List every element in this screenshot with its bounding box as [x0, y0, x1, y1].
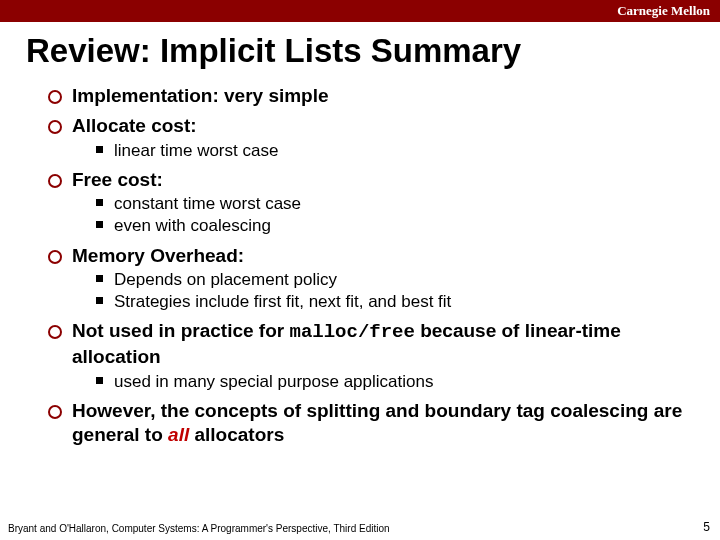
bullet-item: However, the concepts of splitting and b…: [48, 399, 686, 447]
sub-bullet: used in many special purpose application…: [96, 371, 686, 393]
sub-bullet: linear time worst case: [96, 140, 686, 162]
slide-title: Review: Implicit Lists Summary: [0, 22, 720, 78]
bullet-head: However, the concepts of splitting and b…: [72, 399, 686, 447]
emphasis-text: all: [168, 424, 189, 445]
sub-bullet: constant time worst case: [96, 193, 686, 215]
bullet-head: Not used in practice for malloc/free bec…: [72, 319, 686, 369]
slide-content: Implementation: very simple Allocate cos…: [0, 84, 720, 447]
bullet-head: Implementation: very simple: [72, 84, 686, 108]
bullet-item: Free cost: constant time worst case even…: [48, 168, 686, 238]
code-text: malloc/free: [289, 321, 414, 343]
bullet-head: Free cost:: [72, 168, 686, 192]
bullet-head: Memory Overhead:: [72, 244, 686, 268]
institution-label: Carnegie Mellon: [617, 3, 710, 18]
bullet-item: Memory Overhead: Depends on placement po…: [48, 244, 686, 314]
page-number: 5: [703, 520, 710, 534]
sub-bullet: Depends on placement policy: [96, 269, 686, 291]
bullet-head: Allocate cost:: [72, 114, 686, 138]
header-bar: Carnegie Mellon: [0, 0, 720, 22]
bullet-item: Not used in practice for malloc/free bec…: [48, 319, 686, 393]
sub-bullet: even with coalescing: [96, 215, 686, 237]
bullet-item: Allocate cost: linear time worst case: [48, 114, 686, 162]
sub-bullet: Strategies include first fit, next fit, …: [96, 291, 686, 313]
bullet-item: Implementation: very simple: [48, 84, 686, 108]
footer-citation: Bryant and O'Hallaron, Computer Systems:…: [8, 523, 712, 534]
